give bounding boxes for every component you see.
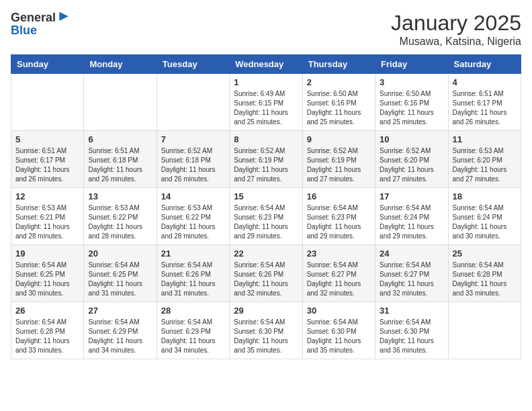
calendar-day-cell: 23Sunrise: 6:54 AM Sunset: 6:27 PM Dayli…: [302, 245, 375, 302]
logo-general-text: General: [11, 11, 56, 24]
calendar-day-cell: 4Sunrise: 6:51 AM Sunset: 6:17 PM Daylig…: [448, 74, 521, 131]
day-info: Sunrise: 6:51 AM Sunset: 6:18 PM Dayligh…: [88, 146, 152, 184]
day-info: Sunrise: 6:52 AM Sunset: 6:19 PM Dayligh…: [307, 146, 371, 184]
day-number: 2: [307, 77, 371, 87]
day-number: 9: [307, 134, 371, 144]
calendar-day-cell: 28Sunrise: 6:54 AM Sunset: 6:29 PM Dayli…: [157, 302, 229, 359]
day-info: Sunrise: 6:51 AM Sunset: 6:17 PM Dayligh…: [453, 89, 517, 127]
calendar-day-cell: 17Sunrise: 6:54 AM Sunset: 6:24 PM Dayli…: [375, 188, 448, 245]
day-number: 20: [88, 248, 152, 259]
weekday-header: Monday: [84, 55, 157, 74]
day-number: 7: [161, 134, 225, 144]
calendar-header-row: SundayMondayTuesdayWednesdayThursdayFrid…: [11, 55, 521, 74]
calendar-day-cell: 12Sunrise: 6:53 AM Sunset: 6:21 PM Dayli…: [11, 188, 84, 245]
calendar-day-cell: 16Sunrise: 6:54 AM Sunset: 6:23 PM Dayli…: [302, 188, 375, 245]
day-info: Sunrise: 6:54 AM Sunset: 6:27 PM Dayligh…: [307, 261, 371, 298]
day-number: 6: [88, 134, 152, 144]
calendar-day-cell: 13Sunrise: 6:53 AM Sunset: 6:22 PM Dayli…: [84, 188, 157, 245]
calendar-day-cell: [11, 74, 84, 131]
day-number: 14: [161, 191, 225, 201]
day-number: 1: [234, 77, 298, 87]
day-info: Sunrise: 6:51 AM Sunset: 6:17 PM Dayligh…: [15, 146, 79, 184]
calendar-day-cell: 21Sunrise: 6:54 AM Sunset: 6:26 PM Dayli…: [157, 245, 229, 302]
day-number: 16: [307, 191, 371, 201]
weekday-header: Wednesday: [230, 55, 302, 74]
calendar-day-cell: 1Sunrise: 6:49 AM Sunset: 6:15 PM Daylig…: [230, 74, 302, 131]
day-number: 17: [380, 191, 443, 201]
weekday-header: Tuesday: [157, 55, 229, 74]
day-info: Sunrise: 6:54 AM Sunset: 6:28 PM Dayligh…: [453, 261, 517, 298]
day-number: 15: [234, 191, 298, 201]
day-number: 22: [234, 248, 298, 259]
calendar-day-cell: [84, 74, 157, 131]
day-number: 8: [234, 134, 298, 144]
calendar-week-row: 26Sunrise: 6:54 AM Sunset: 6:28 PM Dayli…: [11, 302, 521, 359]
calendar-day-cell: 31Sunrise: 6:54 AM Sunset: 6:30 PM Dayli…: [375, 302, 448, 359]
day-info: Sunrise: 6:54 AM Sunset: 6:30 PM Dayligh…: [380, 318, 443, 355]
day-info: Sunrise: 6:53 AM Sunset: 6:20 PM Dayligh…: [453, 146, 517, 184]
day-info: Sunrise: 6:50 AM Sunset: 6:16 PM Dayligh…: [307, 89, 371, 127]
weekday-header: Thursday: [302, 55, 375, 74]
calendar-day-cell: [157, 74, 229, 131]
day-number: 28: [161, 306, 225, 316]
day-info: Sunrise: 6:54 AM Sunset: 6:24 PM Dayligh…: [453, 203, 517, 241]
svg-marker-0: [59, 12, 68, 21]
calendar-day-cell: 5Sunrise: 6:51 AM Sunset: 6:17 PM Daylig…: [11, 131, 84, 188]
logo-flag-icon: [57, 11, 71, 24]
calendar-day-cell: 18Sunrise: 6:54 AM Sunset: 6:24 PM Dayli…: [448, 188, 521, 245]
day-info: Sunrise: 6:52 AM Sunset: 6:19 PM Dayligh…: [234, 146, 298, 184]
day-info: Sunrise: 6:54 AM Sunset: 6:25 PM Dayligh…: [15, 261, 79, 298]
day-number: 21: [161, 248, 225, 259]
day-number: 18: [453, 191, 517, 201]
day-info: Sunrise: 6:54 AM Sunset: 6:28 PM Dayligh…: [15, 318, 79, 355]
day-info: Sunrise: 6:50 AM Sunset: 6:16 PM Dayligh…: [380, 89, 443, 127]
weekday-header: Saturday: [448, 55, 521, 74]
calendar-day-cell: 27Sunrise: 6:54 AM Sunset: 6:29 PM Dayli…: [84, 302, 157, 359]
day-number: 30: [307, 306, 371, 316]
title-block: January 2025 Musawa, Katsina, Nigeria: [391, 11, 521, 48]
day-info: Sunrise: 6:54 AM Sunset: 6:23 PM Dayligh…: [307, 203, 371, 241]
day-number: 24: [380, 248, 443, 259]
day-number: 5: [15, 134, 79, 144]
calendar-day-cell: 9Sunrise: 6:52 AM Sunset: 6:19 PM Daylig…: [302, 131, 375, 188]
calendar-day-cell: 15Sunrise: 6:54 AM Sunset: 6:23 PM Dayli…: [230, 188, 302, 245]
day-number: 19: [15, 248, 79, 259]
logo-blue-text: Blue: [11, 24, 37, 36]
calendar-day-cell: 3Sunrise: 6:50 AM Sunset: 6:16 PM Daylig…: [375, 74, 448, 131]
day-number: 23: [307, 248, 371, 259]
calendar-day-cell: 19Sunrise: 6:54 AM Sunset: 6:25 PM Dayli…: [11, 245, 84, 302]
day-info: Sunrise: 6:54 AM Sunset: 6:23 PM Dayligh…: [234, 203, 298, 241]
calendar-title: January 2025: [391, 11, 521, 36]
day-info: Sunrise: 6:53 AM Sunset: 6:22 PM Dayligh…: [88, 203, 152, 241]
day-info: Sunrise: 6:54 AM Sunset: 6:30 PM Dayligh…: [307, 318, 371, 355]
day-number: 27: [88, 306, 152, 316]
day-number: 10: [380, 134, 443, 144]
day-number: 3: [380, 77, 443, 87]
day-info: Sunrise: 6:54 AM Sunset: 6:29 PM Dayligh…: [88, 318, 152, 355]
calendar-day-cell: 14Sunrise: 6:53 AM Sunset: 6:22 PM Dayli…: [157, 188, 229, 245]
day-info: Sunrise: 6:54 AM Sunset: 6:24 PM Dayligh…: [380, 203, 443, 241]
calendar-day-cell: 22Sunrise: 6:54 AM Sunset: 6:26 PM Dayli…: [230, 245, 302, 302]
logo: General Blue: [11, 11, 71, 36]
calendar-day-cell: 20Sunrise: 6:54 AM Sunset: 6:25 PM Dayli…: [84, 245, 157, 302]
calendar-day-cell: 25Sunrise: 6:54 AM Sunset: 6:28 PM Dayli…: [448, 245, 521, 302]
page-header: General Blue January 2025 Musawa, Katsin…: [11, 11, 521, 48]
calendar-day-cell: 26Sunrise: 6:54 AM Sunset: 6:28 PM Dayli…: [11, 302, 84, 359]
calendar-week-row: 1Sunrise: 6:49 AM Sunset: 6:15 PM Daylig…: [11, 74, 521, 131]
day-number: 29: [234, 306, 298, 316]
calendar-day-cell: 29Sunrise: 6:54 AM Sunset: 6:30 PM Dayli…: [230, 302, 302, 359]
calendar-day-cell: 24Sunrise: 6:54 AM Sunset: 6:27 PM Dayli…: [375, 245, 448, 302]
day-number: 12: [15, 191, 79, 201]
day-info: Sunrise: 6:54 AM Sunset: 6:26 PM Dayligh…: [234, 261, 298, 298]
calendar-day-cell: 7Sunrise: 6:52 AM Sunset: 6:18 PM Daylig…: [157, 131, 229, 188]
day-number: 26: [15, 306, 79, 316]
day-info: Sunrise: 6:54 AM Sunset: 6:25 PM Dayligh…: [88, 261, 152, 298]
calendar-day-cell: 6Sunrise: 6:51 AM Sunset: 6:18 PM Daylig…: [84, 131, 157, 188]
calendar-day-cell: 11Sunrise: 6:53 AM Sunset: 6:20 PM Dayli…: [448, 131, 521, 188]
day-number: 25: [453, 248, 517, 259]
day-number: 11: [453, 134, 517, 144]
day-number: 13: [88, 191, 152, 201]
day-info: Sunrise: 6:54 AM Sunset: 6:29 PM Dayligh…: [161, 318, 225, 355]
day-info: Sunrise: 6:52 AM Sunset: 6:20 PM Dayligh…: [380, 146, 443, 184]
day-info: Sunrise: 6:49 AM Sunset: 6:15 PM Dayligh…: [234, 89, 298, 127]
